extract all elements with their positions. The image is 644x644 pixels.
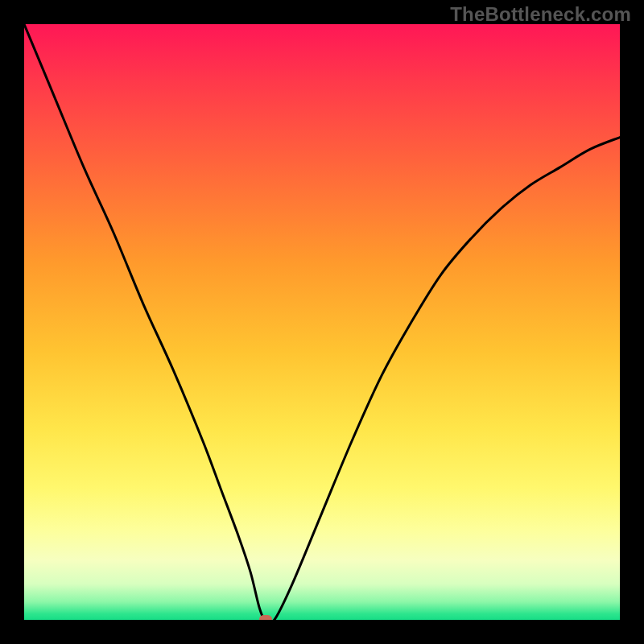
- watermark-text: TheBottleneck.com: [450, 3, 631, 26]
- chart-frame: TheBottleneck.com: [0, 0, 644, 644]
- curve-svg: [24, 24, 620, 620]
- plot-area: [24, 24, 620, 620]
- optimum-marker: [259, 615, 272, 620]
- curve-path: [24, 24, 620, 620]
